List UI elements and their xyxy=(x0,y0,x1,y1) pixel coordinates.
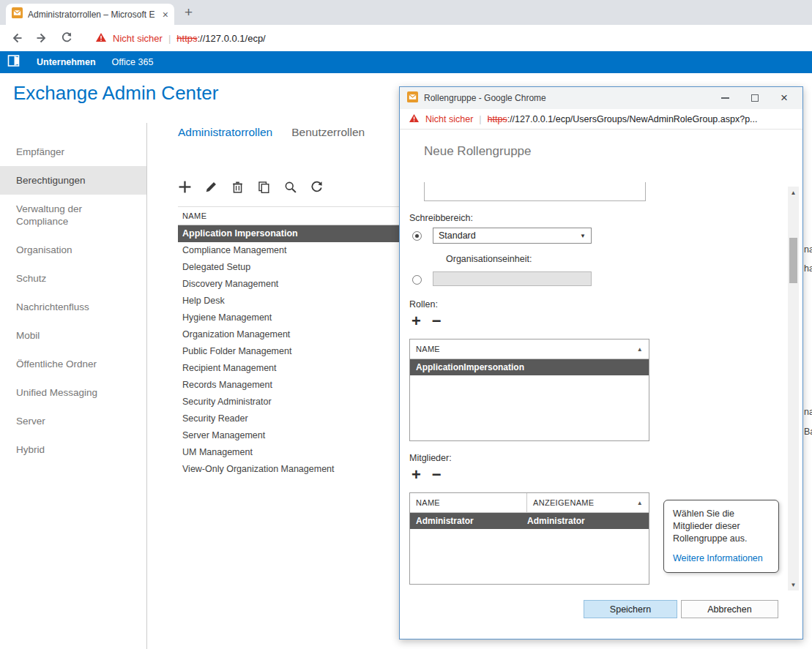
sidebar-item-hybrid[interactable]: Hybrid xyxy=(0,435,146,464)
security-warning-text: Nicht sicher xyxy=(425,114,473,124)
member-displayname-cell: Administrator xyxy=(527,516,585,526)
sidebar-item-mobil[interactable]: Mobil xyxy=(0,321,146,350)
popup-titlebar[interactable]: Rollengruppe - Google Chrome × xyxy=(400,87,802,109)
exchange-favicon xyxy=(407,91,418,105)
sidebar-item-nachrichtenfluss[interactable]: Nachrichtenfluss xyxy=(0,293,146,321)
roles-header-name: NAME xyxy=(416,345,440,353)
sidebar-item-berechtigungen[interactable]: Berechtigungen xyxy=(0,166,146,195)
tab-benutzerrollen[interactable]: Benutzerrollen xyxy=(291,126,365,139)
scope-default-radio[interactable] xyxy=(412,231,422,241)
callout-text: Wählen Sie die Mitglieder dieser Rolleng… xyxy=(673,509,747,544)
popup-address-bar[interactable]: Nicht sicher | https://127.0.0.1/ecp/Use… xyxy=(400,109,802,130)
exchange-favicon xyxy=(12,7,23,21)
ou-label: Organisationseinheit: xyxy=(446,254,532,264)
remove-member-icon[interactable]: − xyxy=(432,468,442,482)
minimize-icon[interactable] xyxy=(721,97,729,99)
add-member-icon[interactable]: + xyxy=(411,468,421,482)
back-icon[interactable] xyxy=(10,31,23,45)
roles-table: NAME ▲ ApplicationImpersonation xyxy=(409,339,649,441)
roles-table-header[interactable]: NAME ▲ xyxy=(410,339,649,359)
members-table: NAME ANZEIGENAME ▲ Administrator Adminis… xyxy=(409,492,649,585)
add-role-icon[interactable]: + xyxy=(411,314,421,329)
scrollbar-thumb[interactable] xyxy=(789,238,797,283)
security-warning-text[interactable]: Nicht sicher xyxy=(113,33,163,44)
save-button[interactable]: Speichern xyxy=(584,600,677,618)
url-scheme: https xyxy=(176,33,197,44)
url-scheme: https xyxy=(488,114,507,124)
tab-title: Administratorrollen – Microsoft E xyxy=(28,10,157,20)
chevron-down-icon: ▼ xyxy=(580,233,586,239)
office-logo-icon[interactable] xyxy=(7,54,21,70)
url-separator: | xyxy=(168,33,171,44)
tab-administratorrollen[interactable]: Administratorrollen xyxy=(178,126,272,139)
scope-ou-radio[interactable] xyxy=(412,275,422,285)
sidebar-item-unified-messaging[interactable]: Unified Messaging xyxy=(0,378,146,407)
sort-asc-icon[interactable]: ▲ xyxy=(637,346,643,353)
maximize-icon[interactable] xyxy=(751,94,759,102)
sidebar-divider xyxy=(146,123,147,649)
warning-triangle-icon xyxy=(409,113,420,125)
o365-app-bar: Unternehmen Office 365 xyxy=(0,51,812,73)
edge-fragment: hat xyxy=(804,263,812,274)
sort-asc-icon[interactable]: ▲ xyxy=(637,500,643,506)
new-tab-button[interactable]: + xyxy=(185,4,193,20)
page-url[interactable]: https://127.0.0.1/ecp/ xyxy=(176,33,265,44)
ou-input-disabled xyxy=(433,271,592,286)
sidebar-item-server[interactable]: Server xyxy=(0,407,146,435)
copy-icon[interactable] xyxy=(257,180,271,194)
popup-url: https://127.0.0.1/ecp/UsersGroups/NewAdm… xyxy=(488,114,758,124)
edge-fragment: na xyxy=(804,407,812,417)
name-input-partial[interactable] xyxy=(424,182,646,201)
write-scope-label: Schreibbereich: xyxy=(409,213,473,223)
sidebar-item-oeffentliche-ordner[interactable]: Öffentliche Ordner xyxy=(0,350,146,378)
reload-icon[interactable] xyxy=(60,31,73,45)
edit-pencil-icon[interactable] xyxy=(204,180,218,194)
appbar-item-office365[interactable]: Office 365 xyxy=(112,57,154,67)
sidebar-item-compliance[interactable]: Verwaltung der Compliance xyxy=(0,195,146,236)
rollengruppe-popup-window: Rollengruppe - Google Chrome × Nicht sic… xyxy=(399,86,803,639)
url-rest: ://127.0.0.1/ecp/ xyxy=(198,33,266,44)
search-icon[interactable] xyxy=(283,180,297,194)
delete-trash-icon[interactable] xyxy=(231,180,245,194)
browser-tab[interactable]: Administratorrollen – Microsoft E × xyxy=(6,4,174,25)
scope-select-value: Standard xyxy=(439,230,476,241)
close-icon[interactable]: × xyxy=(781,92,788,104)
tab-close-icon[interactable]: × xyxy=(163,10,168,20)
add-icon[interactable] xyxy=(178,180,192,194)
members-label: Mitglieder: xyxy=(409,453,452,463)
popup-scrollbar[interactable]: ▲ ▼ xyxy=(788,187,799,590)
sidebar-item-organisation[interactable]: Organisation xyxy=(0,236,146,264)
cancel-button[interactable]: Abbrechen xyxy=(681,600,778,618)
popup-window-title: Rollengruppe - Google Chrome xyxy=(424,93,546,103)
url-separator: | xyxy=(479,114,481,124)
members-header-name: NAME xyxy=(416,493,527,512)
roles-label: Rollen: xyxy=(409,299,438,310)
roles-table-row[interactable]: ApplicationImpersonation xyxy=(410,359,649,375)
list-toolbar xyxy=(178,180,324,194)
edge-fragment: na xyxy=(804,244,812,255)
popup-content: Neue Rollengruppe Schreibbereich: Standa… xyxy=(400,130,802,639)
address-bar[interactable]: Nicht sicher | https://127.0.0.1/ecp/ xyxy=(0,25,812,51)
dialog-heading: Neue Rollengruppe xyxy=(424,144,532,159)
browser-tabstrip: Administratorrollen – Microsoft E × + xyxy=(0,0,812,25)
sidebar-item-empfaenger[interactable]: Empfänger xyxy=(0,138,146,166)
more-info-link[interactable]: Weitere Informationen xyxy=(673,552,770,565)
scope-select[interactable]: Standard ▼ xyxy=(433,228,592,244)
members-header-anzeigename: ANZEIGENAME xyxy=(533,498,594,507)
members-table-header[interactable]: NAME ANZEIGENAME ▲ xyxy=(410,493,649,513)
refresh-icon[interactable] xyxy=(310,180,324,194)
members-table-row[interactable]: Administrator Administrator xyxy=(410,513,649,529)
help-callout: Wählen Sie die Mitglieder dieser Rolleng… xyxy=(663,500,779,573)
dialog-footer: Speichern Abbrechen xyxy=(400,593,802,639)
sidebar: Empfänger Berechtigungen Verwaltung der … xyxy=(0,138,146,464)
appbar-item-unternehmen[interactable]: Unternehmen xyxy=(37,57,96,67)
edge-fragment: Ba xyxy=(804,427,812,437)
url-rest: ://127.0.0.1/ecp/UsersGroups/NewAdminRol… xyxy=(507,114,758,124)
remove-role-icon[interactable]: − xyxy=(432,314,442,329)
page-title: Exchange Admin Center xyxy=(13,82,218,105)
scroll-up-icon[interactable]: ▲ xyxy=(788,187,799,198)
member-name-cell: Administrator xyxy=(416,516,527,526)
scroll-down-icon[interactable]: ▼ xyxy=(788,579,799,590)
forward-icon[interactable] xyxy=(35,31,48,45)
sidebar-item-schutz[interactable]: Schutz xyxy=(0,264,146,293)
